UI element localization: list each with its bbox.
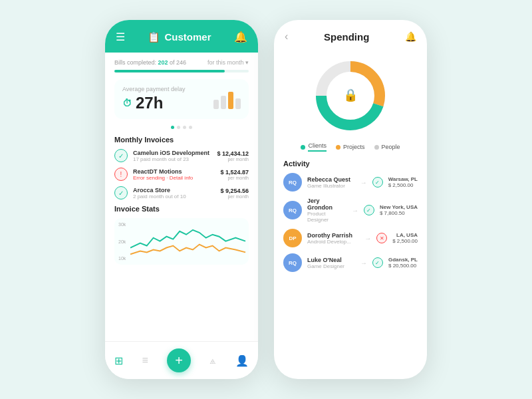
- act-amount-4: $ 20,500.00: [388, 263, 418, 269]
- legend-people[interactable]: People: [374, 142, 400, 152]
- chart-label-20k: 20k: [118, 239, 126, 244]
- avatar-2: RQ: [283, 201, 302, 219]
- act-details-4: Luke O'Neal Game Designer: [307, 257, 355, 269]
- invoice-item-1[interactable]: ✓ Camelun iOS Development 17 paid month …: [114, 149, 249, 162]
- legend-label-people: People: [382, 144, 400, 150]
- legend-label-projects: Projects: [343, 144, 365, 150]
- invoice-sub-3: 2 paid month out of 10: [133, 194, 215, 200]
- status-icon-4: ✓: [372, 257, 383, 268]
- timer-icon: ⏱: [122, 98, 132, 108]
- left-header: ☰ 📋 Customer 🔔: [105, 20, 258, 53]
- act-right-4: Gdansk, PL $ 20,500.00: [388, 257, 418, 269]
- invoice-details-1: Camelun iOS Development 17 paid month ou…: [133, 150, 211, 162]
- dot-4[interactable]: [189, 126, 192, 129]
- bills-bar-row: Bills completed: 202 of 246 for this mon…: [114, 59, 249, 66]
- bottom-nav: ⊞ ≡ + ⟁ 👤: [105, 341, 258, 379]
- chart-labels: 30k 20k 10k: [118, 222, 126, 261]
- activity-section: Activity RQ Rebecca Quest Game Illustrat…: [274, 160, 427, 272]
- invoice-name-2: ReactDT Motions: [133, 168, 215, 175]
- act-right-1: Warsaw, PL $ 2,500.00: [388, 176, 418, 188]
- invoice-per-2: per month: [220, 176, 249, 180]
- bar-2: [221, 96, 226, 109]
- activity-item-1[interactable]: RQ Rebecca Quest Game Illustrator → ✓ Wa…: [283, 173, 418, 192]
- nav-grid-icon[interactable]: ⊞: [114, 354, 123, 367]
- invoice-price-2: $ 1,524.87: [220, 169, 249, 176]
- svg-text:🔒: 🔒: [343, 88, 358, 102]
- dot-3[interactable]: [183, 126, 186, 129]
- hamburger-icon[interactable]: ☰: [116, 31, 125, 43]
- back-arrow-icon[interactable]: ‹: [285, 31, 288, 43]
- dot-2[interactable]: [177, 126, 180, 129]
- act-name-1: Rebecca Quest: [307, 176, 355, 183]
- status-icon-3: ✕: [376, 233, 387, 243]
- chart-label-30k: 30k: [118, 222, 126, 227]
- payment-hours: 27h: [136, 94, 163, 112]
- status-icon-1: ✓: [372, 177, 383, 188]
- act-role-2: Product Designer: [307, 211, 346, 223]
- act-amount-3: $ 2,500.00: [392, 238, 418, 244]
- legend-dot-projects: [336, 145, 340, 150]
- bell-icon[interactable]: 🔔: [234, 31, 247, 43]
- act-details-1: Rebecca Quest Game Illustrator: [307, 176, 355, 189]
- document-icon: 📋: [148, 31, 160, 43]
- legend-projects[interactable]: Projects: [336, 142, 365, 152]
- arrow-icon-1: →: [360, 179, 367, 186]
- bell-icon-right[interactable]: 🔔: [405, 31, 416, 42]
- act-role-1: Game Illustrator: [307, 183, 355, 189]
- avatar-4: RQ: [283, 253, 302, 272]
- act-details-3: Dorothy Parrish Android Develop...: [307, 232, 359, 245]
- legend-clients[interactable]: Clients: [301, 142, 327, 152]
- act-details-2: Jery Grondon Product Designer: [307, 198, 346, 223]
- legend-dot-clients: [301, 145, 305, 150]
- invoice-per-3: per month: [220, 194, 249, 199]
- invoice-status-icon-3: ✓: [114, 186, 128, 200]
- payment-value: ⏱ 27h: [122, 94, 185, 112]
- act-role-4: Game Designer: [307, 263, 355, 269]
- chart-label-10k: 10k: [118, 256, 126, 261]
- act-location-3: LA, USA: [392, 232, 418, 238]
- dot-1[interactable]: [171, 126, 174, 129]
- invoice-sub-2: Error sending · Detail info: [133, 175, 215, 181]
- progress-bar-bg: [114, 70, 249, 72]
- invoice-item-3[interactable]: ✓ Arocca Store 2 paid month out of 10 $ …: [114, 186, 249, 200]
- arrow-icon-4: →: [360, 259, 367, 267]
- invoice-status-icon-1: ✓: [114, 149, 128, 162]
- invoice-details-2: ReactDT Motions Error sending · Detail i…: [133, 168, 215, 181]
- bills-total: 246: [176, 59, 186, 66]
- legend-dot-people: [374, 145, 379, 150]
- act-name-2: Jery Grondon: [307, 198, 346, 211]
- activity-item-3[interactable]: DP Dorothy Parrish Android Develop... → …: [283, 229, 418, 247]
- invoice-stats-title: Invoice Stats: [114, 205, 249, 213]
- progress-bar-fill: [114, 70, 225, 72]
- act-role-3: Android Develop...: [307, 239, 359, 245]
- invoice-item-2[interactable]: ! ReactDT Motions Error sending · Detail…: [114, 168, 249, 181]
- nav-list-icon[interactable]: ≡: [142, 354, 148, 366]
- invoice-per-1: per month: [217, 157, 249, 162]
- mini-bar-chart: [213, 89, 241, 109]
- nav-profile-icon[interactable]: 👤: [235, 354, 249, 367]
- nav-layers-icon[interactable]: ⟁: [209, 354, 216, 366]
- invoice-name-3: Arocca Store: [133, 187, 215, 194]
- act-location-2: New York, USA: [380, 204, 418, 210]
- carousel-dots: [114, 126, 249, 129]
- chart-legend: Clients Projects People: [274, 142, 427, 152]
- chart-area: 30k 20k 10k: [114, 218, 249, 265]
- invoice-price-3: $ 9,254.56: [220, 188, 249, 194]
- bar-1: [213, 100, 219, 109]
- monthly-invoices-title: Monthly Invoices: [114, 136, 249, 144]
- bills-period[interactable]: for this month ▾: [207, 59, 249, 66]
- right-title: Spending: [324, 31, 369, 43]
- invoice-price-1: $ 12,434.12: [217, 150, 249, 157]
- arrow-icon-3: →: [364, 235, 371, 242]
- fab-add-button[interactable]: +: [167, 348, 191, 372]
- line-chart: [130, 218, 249, 257]
- act-right-3: LA, USA $ 2,500.00: [392, 232, 418, 244]
- invoice-stats-section: Invoice Stats 30k 20k 10k: [114, 205, 249, 265]
- act-location-1: Warsaw, PL: [388, 176, 418, 182]
- act-right-2: New York, USA $ 7,800.50: [380, 204, 418, 216]
- activity-item-4[interactable]: RQ Luke O'Neal Game Designer → ✓ Gdansk,…: [283, 253, 418, 272]
- activity-item-2[interactable]: RQ Jery Grondon Product Designer → ✓ New…: [283, 198, 418, 223]
- invoice-amount-1: $ 12,434.12 per month: [217, 150, 249, 162]
- invoice-status-icon-2: !: [114, 168, 128, 181]
- donut-chart: 🔒: [311, 56, 390, 136]
